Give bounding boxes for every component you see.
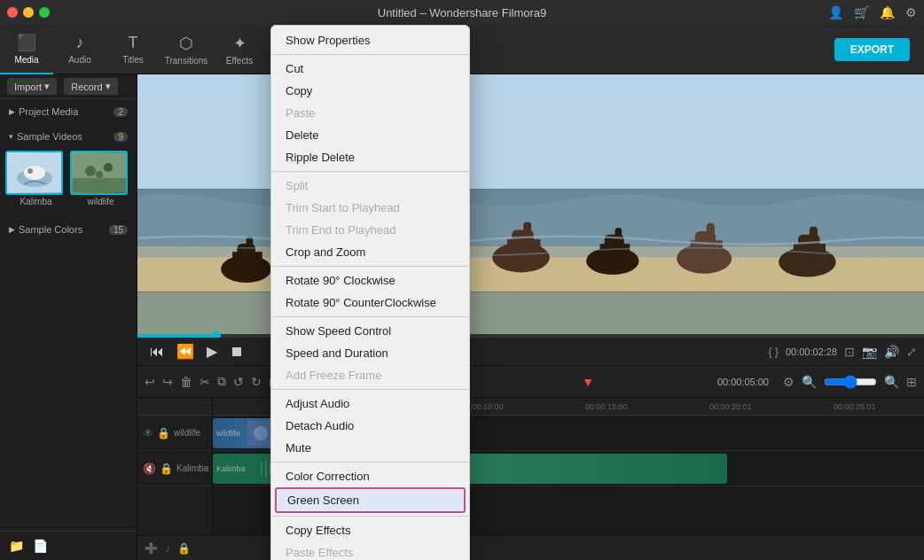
rotate-left-icon[interactable]: ↺	[233, 375, 244, 389]
close-button[interactable]	[7, 7, 18, 18]
sample-colors-label: Sample Colors	[19, 224, 82, 235]
show-speed-label: Show Speed Control	[286, 324, 391, 338]
music-note-icon[interactable]: ♪	[165, 542, 170, 555]
toolbar-effects[interactable]: ✦ Effects	[213, 25, 266, 74]
ruler-mark-5: 00:00:25:01	[834, 402, 876, 411]
media-thumb-wildlife[interactable]	[70, 151, 128, 195]
menu-show-properties[interactable]: Show Properties	[271, 29, 469, 51]
preview-time-icon: { }	[769, 346, 779, 358]
account-icon[interactable]: 👤	[828, 5, 843, 19]
progress-fill	[137, 334, 216, 338]
eye-icon[interactable]: 👁	[143, 427, 153, 439]
audio-mute-icon[interactable]: 🔇	[143, 463, 156, 475]
ripple-delete-label: Ripple Delete	[286, 151, 355, 164]
menu-sep-7	[271, 516, 469, 517]
preview-pip-icon[interactable]: ⊡	[844, 345, 855, 359]
skip-back-button[interactable]: ⏮	[145, 342, 169, 362]
sample-videos-header[interactable]: ▾ Sample Videos 9	[0, 128, 137, 145]
zoom-in-icon[interactable]: 🔍	[884, 375, 899, 389]
rotate-right-icon[interactable]: ↻	[251, 375, 262, 389]
cart-icon[interactable]: 🛒	[854, 5, 869, 19]
notification-icon[interactable]: 🔔	[880, 5, 895, 19]
paste-effects-label: Paste Effects	[286, 546, 353, 559]
timeline-area: ↩ ↪ 🗑 ✂ ⧉ ↺ ↻ ⊟ ≡ 00:00:00:00 ▼ 00:00:05…	[137, 365, 924, 560]
audio-lock-icon[interactable]: 🔒	[160, 463, 173, 475]
toolbar-titles-label: Titles	[122, 55, 144, 65]
import-button[interactable]: Import ▾	[7, 78, 57, 95]
menu-speed-duration[interactable]: Speed and Duration	[271, 342, 469, 364]
preview-controls-bar: ⏮ ⏪ ▶ ⏹ { } 00:00:02:28 ⊡ 📷 🔊 ⤢	[137, 338, 924, 365]
add-folder-icon[interactable]: 📁	[9, 539, 24, 553]
menu-paste-effects: Paste Effects	[271, 541, 469, 560]
menu-adjust-audio[interactable]: Adjust Audio	[271, 393, 469, 415]
undo-icon[interactable]: ↩	[145, 375, 155, 389]
menu-sep-4	[271, 316, 469, 317]
toolbar-titles[interactable]: T Titles	[106, 25, 160, 74]
preview-fullscreen-icon[interactable]: ⤢	[906, 345, 917, 359]
menu-show-speed[interactable]: Show Speed Control	[271, 320, 469, 342]
menu-trim-start: Trim Start to Playhead	[271, 197, 469, 219]
timeline-settings-icon[interactable]: ⚙	[783, 375, 795, 389]
zoom-slider[interactable]	[824, 375, 877, 389]
menu-color-correction[interactable]: Color Correction	[271, 465, 469, 487]
zoom-out-icon[interactable]: 🔍	[802, 375, 817, 389]
menu-rotate-ccw[interactable]: Rotate 90° CounterClockwise	[271, 292, 469, 314]
traffic-lights[interactable]	[7, 7, 50, 18]
crop-zoom-label: Crop and Zoom	[286, 245, 365, 259]
speed-duration-label: Speed and Duration	[286, 346, 388, 360]
add-file-icon[interactable]: 📄	[33, 539, 48, 553]
toolbar-media[interactable]: ⬛ Media	[0, 25, 53, 74]
toolbar-audio[interactable]: ♪ Audio	[53, 25, 106, 74]
svg-rect-9	[137, 74, 924, 189]
import-bar: Import ▾ Record ▾	[0, 74, 137, 99]
preview-volume-icon[interactable]: 🔊	[884, 345, 899, 359]
svg-point-3	[27, 168, 33, 174]
play-button[interactable]: ▶	[201, 341, 223, 362]
step-back-button[interactable]: ⏪	[171, 341, 200, 362]
menu-rotate-cw[interactable]: Rotate 90° Clockwise	[271, 269, 469, 292]
minimize-button[interactable]	[23, 7, 34, 18]
audio-lock-bottom-icon[interactable]: 🔒	[177, 542, 191, 555]
sample-colors-arrow-icon: ▶	[9, 225, 15, 234]
split-label: Split	[286, 179, 308, 192]
menu-ripple-delete[interactable]: Ripple Delete	[271, 146, 469, 168]
detach-audio-label: Detach Audio	[286, 419, 354, 432]
maximize-button[interactable]	[39, 7, 50, 18]
fit-icon[interactable]: ⊞	[906, 375, 917, 389]
menu-sep-6	[271, 462, 469, 463]
stop-button[interactable]: ⏹	[224, 342, 249, 362]
menu-copy-effects[interactable]: Copy Effects	[271, 519, 469, 541]
ruler-mark-4: 00:00:20:01	[709, 402, 752, 411]
sample-colors-header[interactable]: ▶ Sample Colors 15	[0, 221, 137, 238]
rotate-ccw-label: Rotate 90° CounterClockwise	[286, 296, 436, 309]
progress-dot	[212, 331, 221, 338]
lock-icon[interactable]: 🔒	[157, 427, 170, 439]
menu-delete[interactable]: Delete	[271, 124, 469, 146]
project-media-header[interactable]: ▶ Project Media 2	[0, 103, 137, 121]
export-button[interactable]: EXPORT	[834, 38, 910, 61]
cut-icon[interactable]: ✂	[200, 375, 210, 389]
menu-crop-zoom[interactable]: Crop and Zoom	[271, 241, 469, 263]
svg-point-8	[96, 171, 103, 178]
toolbar-transitions[interactable]: ⬡ Transitions	[160, 25, 213, 74]
redo-icon[interactable]: ↪	[162, 375, 173, 389]
copy-icon[interactable]: ⧉	[217, 374, 226, 389]
trim-start-label: Trim Start to Playhead	[286, 201, 400, 214]
media-thumb-kalimba[interactable]	[5, 151, 63, 195]
effects-icon: ✦	[233, 34, 247, 53]
menu-copy[interactable]: Copy	[271, 80, 469, 102]
delete-icon[interactable]: 🗑	[180, 375, 192, 389]
settings-icon[interactable]: ⚙	[905, 5, 917, 19]
project-media-label: Project Media	[19, 106, 78, 117]
sample-videos-count: 9	[114, 132, 128, 142]
media-label-kalimba: Kalimba	[5, 195, 67, 208]
menu-cut[interactable]: Cut	[271, 58, 469, 80]
app-title: Untitled – Wondershare Filmora9	[378, 6, 547, 19]
menu-detach-audio[interactable]: Detach Audio	[271, 415, 469, 437]
sample-videos-label: Sample Videos	[17, 131, 82, 142]
record-button[interactable]: Record ▾	[64, 78, 117, 95]
preview-snapshot-icon[interactable]: 📷	[862, 345, 877, 359]
add-track-icon[interactable]: ➕	[145, 542, 158, 555]
menu-green-screen[interactable]: Green Screen	[275, 487, 466, 513]
menu-mute[interactable]: Mute	[271, 437, 469, 459]
